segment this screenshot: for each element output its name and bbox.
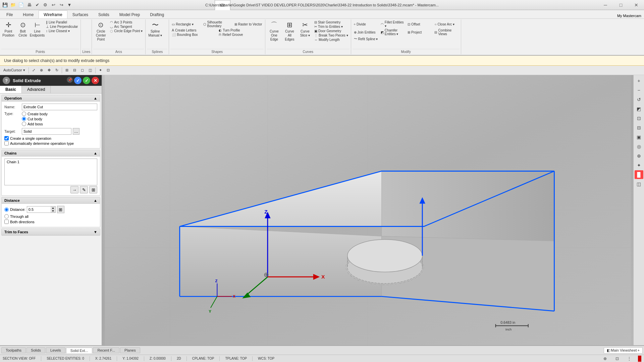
zoom-in-right-button[interactable]: +: [635, 76, 643, 85]
bounding-box-button[interactable]: ⬜ Bounding Box: [170, 33, 217, 37]
tab-planes[interactable]: Planes: [120, 347, 140, 353]
grid-right-button[interactable]: ⊕: [635, 152, 643, 160]
extra-button-2[interactable]: ⊡: [105, 67, 112, 74]
statusbar-fit-button[interactable]: ⊡: [614, 356, 621, 362]
main-viewsheet-button[interactable]: ◧ Main Viewsheet +: [604, 347, 643, 354]
curve-slice-button[interactable]: ✂ CurveSlice ▾: [298, 20, 313, 38]
rotate-right-button[interactable]: ↺: [635, 95, 643, 104]
statusbar-zoom-button[interactable]: ⊕: [602, 356, 608, 362]
redo-icon[interactable]: ↪: [58, 1, 65, 9]
target-browse-button[interactable]: …: [73, 128, 79, 135]
tab-home[interactable]: Home: [18, 10, 39, 18]
line-closest-button[interactable]: ↕ Line Closest ▾: [45, 29, 79, 33]
curve-all-edges-button[interactable]: ⊞ Curve AllEdges: [282, 20, 297, 42]
chain-add-button[interactable]: →: [70, 186, 78, 193]
join-entities-button[interactable]: ⊕ Join Entities: [353, 28, 379, 36]
arc-3-points-button[interactable]: ◠ Arc 3 Points: [109, 20, 144, 24]
view-iso-button[interactable]: ⊡: [635, 114, 643, 123]
stair-geometry-button[interactable]: ⊟ Stair Geometry: [313, 20, 350, 24]
through-all-radio[interactable]: [4, 214, 9, 219]
distance-section-header[interactable]: Distance ▲: [2, 197, 100, 204]
tab-toolpaths[interactable]: Toolpaths: [1, 347, 26, 353]
trim-entities-button[interactable]: ✂ Trim to Entities ▾: [313, 24, 350, 29]
restore-button[interactable]: □: [613, 0, 629, 10]
cut-body-radio[interactable]: [22, 117, 26, 121]
open-icon[interactable]: 📁: [9, 1, 17, 9]
distance-input[interactable]: [27, 206, 51, 213]
view-front-button[interactable]: ⊟: [635, 123, 643, 132]
tab-solids[interactable]: Solids: [93, 10, 114, 18]
divide-button[interactable]: ÷ Divide: [353, 20, 379, 28]
tab-file[interactable]: File: [1, 10, 18, 18]
distance-formula-button[interactable]: ⊞: [57, 206, 64, 213]
distance-radio[interactable]: [4, 207, 9, 212]
operation-section-header[interactable]: Operation ▲: [2, 95, 100, 102]
name-input[interactable]: [22, 104, 97, 110]
tab-wireframe[interactable]: Wireframe: [39, 10, 67, 18]
circle-center-point-button[interactable]: ⊙ CircleCenter Point: [93, 20, 108, 42]
grid-button[interactable]: ⊟: [71, 67, 78, 74]
post-icon[interactable]: ⚙: [42, 1, 49, 9]
tab-solids[interactable]: Solids: [26, 347, 45, 353]
tab-surfaces[interactable]: Surfaces: [67, 10, 93, 18]
statusbar-red-indicator[interactable]: [638, 356, 641, 362]
relief-groove-button[interactable]: ⊓ Relief Groove: [217, 33, 264, 37]
tab-basic[interactable]: Basic: [0, 86, 22, 93]
display-mode-button[interactable]: ◎: [635, 142, 643, 151]
close-button[interactable]: ✕: [629, 0, 644, 10]
chains-list[interactable]: Chain 1: [4, 159, 97, 185]
target-input[interactable]: [22, 128, 71, 135]
silhouette-boundary-button[interactable]: ⬡ Silhouette Boundary: [202, 20, 232, 28]
add-boss-radio[interactable]: [22, 122, 26, 126]
highlight-button[interactable]: █: [635, 170, 643, 179]
modify-length-button[interactable]: ↔ Modify Length: [313, 38, 350, 42]
distance-spin-down[interactable]: ▼: [51, 209, 55, 213]
plane-button[interactable]: ◫: [87, 67, 94, 74]
tab-recent-f[interactable]: Recent F...: [93, 347, 119, 353]
refit-spline-button[interactable]: 〜 Refit Spline ▾: [353, 36, 460, 42]
chamfer-entities-button[interactable]: ◩ Chamfer Entities ▾: [379, 28, 406, 36]
curve-one-edge-button[interactable]: ⌒ CurveOne Edge: [267, 20, 282, 42]
help-button[interactable]: ?: [3, 77, 10, 84]
combine-views-button[interactable]: ⊟ Combine Views: [433, 28, 459, 36]
line-endpoints-button[interactable]: ⊢ LineEndpoints: [30, 20, 44, 38]
zoom-out-right-button[interactable]: −: [635, 86, 643, 95]
statusbar-dots-button[interactable]: ⋮: [626, 356, 633, 362]
circle-edge-point-button[interactable]: ◌ Circle Edge Point ▾: [109, 29, 144, 33]
project-button[interactable]: ⊞ Project: [406, 28, 432, 36]
rectangle-button[interactable]: ▭ Rectangle ▾: [170, 20, 201, 28]
raster-to-vector-button[interactable]: ⊞ Raster to Vector: [233, 20, 264, 28]
tab-model-prep[interactable]: Model Prep: [114, 10, 145, 18]
door-geometry-button[interactable]: ▣ Door Geometry: [313, 29, 350, 33]
line-perpendicular-button[interactable]: ⊥ Line Perpendicular: [45, 24, 79, 29]
chains-section-header[interactable]: Chains ▲: [2, 150, 100, 157]
create-letters-button[interactable]: A Create Letters: [170, 28, 217, 33]
zoom-in-button[interactable]: ⊕: [38, 67, 45, 74]
tab-levels[interactable]: Levels: [46, 347, 65, 353]
tab-solid-ext[interactable]: Solid Ext...: [66, 348, 93, 353]
cancel-button[interactable]: ✕: [92, 77, 99, 84]
view-top-button[interactable]: ◩: [635, 105, 643, 113]
snap-right-button[interactable]: ✦: [635, 161, 643, 170]
tab-advanced[interactable]: Advanced: [22, 86, 51, 93]
verify-icon[interactable]: ✔: [34, 1, 41, 9]
break-two-pieces-button[interactable]: ⋮ Break Two Pieces ▾: [313, 33, 350, 38]
turn-profile-button[interactable]: ◐ Turn Profile: [217, 28, 264, 33]
options-right-button[interactable]: ◫: [635, 180, 643, 188]
viewport[interactable]: Z X ⊕ Z X Y 0: [102, 75, 633, 345]
spline-manual-button[interactable]: 〜 SplineManual ▾: [147, 20, 163, 38]
rotate-button[interactable]: ↻: [53, 67, 60, 74]
both-directions-checkbox[interactable]: [4, 220, 9, 224]
create-body-radio[interactable]: [22, 112, 26, 116]
autocursor-button[interactable]: AutoCursor ▾: [1, 67, 27, 74]
chain-link-button[interactable]: ⊞: [89, 186, 97, 193]
new-icon[interactable]: 📄: [17, 1, 25, 9]
tab-drafting[interactable]: Drafting: [145, 10, 169, 18]
view-right-button[interactable]: ▣: [635, 133, 643, 141]
confirm-blue-button[interactable]: ✓: [74, 77, 82, 84]
offset-button[interactable]: ⊡ Offset: [406, 20, 432, 28]
chain-item-1[interactable]: Chain 1: [5, 160, 96, 164]
pin-button[interactable]: 📌: [67, 77, 73, 83]
single-op-checkbox[interactable]: [4, 136, 9, 140]
zoom-fit-button[interactable]: ⤢: [30, 67, 37, 74]
